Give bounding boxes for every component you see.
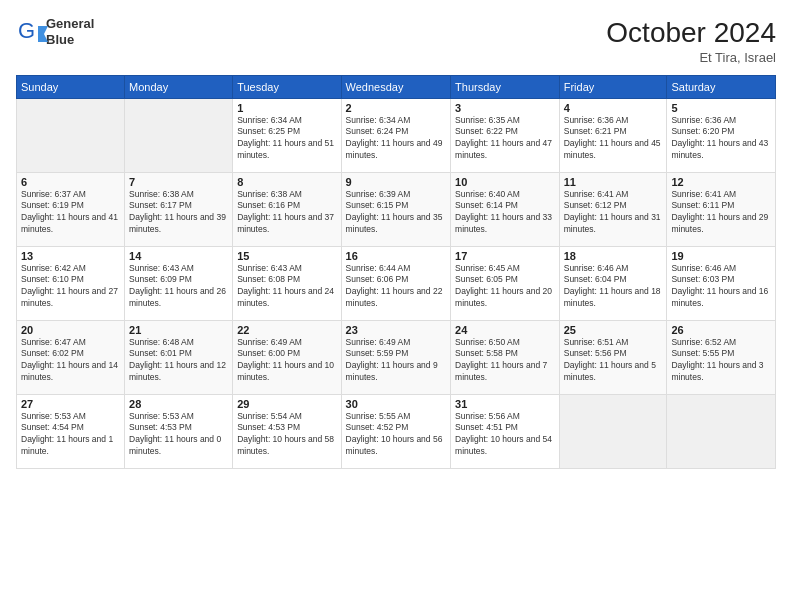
calendar-cell: 4Sunrise: 6:36 AMSunset: 6:21 PMDaylight…	[559, 98, 667, 172]
day-detail: Sunrise: 6:38 AMSunset: 6:17 PMDaylight:…	[129, 189, 228, 237]
calendar-cell: 17Sunrise: 6:45 AMSunset: 6:05 PMDayligh…	[451, 246, 560, 320]
day-number: 5	[671, 102, 771, 114]
calendar-cell: 22Sunrise: 6:49 AMSunset: 6:00 PMDayligh…	[233, 320, 341, 394]
day-detail: Sunrise: 6:35 AMSunset: 6:22 PMDaylight:…	[455, 115, 555, 163]
day-detail: Sunrise: 6:45 AMSunset: 6:05 PMDaylight:…	[455, 263, 555, 311]
day-detail: Sunrise: 6:50 AMSunset: 5:58 PMDaylight:…	[455, 337, 555, 385]
calendar-cell: 14Sunrise: 6:43 AMSunset: 6:09 PMDayligh…	[125, 246, 233, 320]
calendar-cell: 24Sunrise: 6:50 AMSunset: 5:58 PMDayligh…	[451, 320, 560, 394]
day-number: 2	[346, 102, 447, 114]
day-detail: Sunrise: 5:55 AMSunset: 4:52 PMDaylight:…	[346, 411, 447, 459]
day-detail: Sunrise: 6:42 AMSunset: 6:10 PMDaylight:…	[21, 263, 120, 311]
calendar-week-row: 1Sunrise: 6:34 AMSunset: 6:25 PMDaylight…	[17, 98, 776, 172]
calendar-cell: 20Sunrise: 6:47 AMSunset: 6:02 PMDayligh…	[17, 320, 125, 394]
logo-icon: G	[16, 18, 44, 46]
calendar-cell: 6Sunrise: 6:37 AMSunset: 6:19 PMDaylight…	[17, 172, 125, 246]
day-number: 6	[21, 176, 120, 188]
calendar-cell: 28Sunrise: 5:53 AMSunset: 4:53 PMDayligh…	[125, 394, 233, 468]
calendar-day-header: Saturday	[667, 75, 776, 98]
title-block: October 2024 Et Tira, Israel	[606, 16, 776, 65]
day-detail: Sunrise: 5:53 AMSunset: 4:54 PMDaylight:…	[21, 411, 120, 459]
calendar-cell	[125, 98, 233, 172]
calendar-cell: 19Sunrise: 6:46 AMSunset: 6:03 PMDayligh…	[667, 246, 776, 320]
day-detail: Sunrise: 6:49 AMSunset: 5:59 PMDaylight:…	[346, 337, 447, 385]
calendar-cell: 25Sunrise: 6:51 AMSunset: 5:56 PMDayligh…	[559, 320, 667, 394]
day-number: 9	[346, 176, 447, 188]
calendar-cell: 10Sunrise: 6:40 AMSunset: 6:14 PMDayligh…	[451, 172, 560, 246]
day-number: 7	[129, 176, 228, 188]
calendar-cell: 29Sunrise: 5:54 AMSunset: 4:53 PMDayligh…	[233, 394, 341, 468]
calendar-cell: 8Sunrise: 6:38 AMSunset: 6:16 PMDaylight…	[233, 172, 341, 246]
day-number: 14	[129, 250, 228, 262]
calendar-cell: 26Sunrise: 6:52 AMSunset: 5:55 PMDayligh…	[667, 320, 776, 394]
day-detail: Sunrise: 6:51 AMSunset: 5:56 PMDaylight:…	[564, 337, 663, 385]
day-number: 25	[564, 324, 663, 336]
day-detail: Sunrise: 6:37 AMSunset: 6:19 PMDaylight:…	[21, 189, 120, 237]
day-number: 4	[564, 102, 663, 114]
day-number: 16	[346, 250, 447, 262]
calendar-day-header: Tuesday	[233, 75, 341, 98]
calendar-cell: 16Sunrise: 6:44 AMSunset: 6:06 PMDayligh…	[341, 246, 451, 320]
day-detail: Sunrise: 6:46 AMSunset: 6:03 PMDaylight:…	[671, 263, 771, 311]
day-detail: Sunrise: 6:46 AMSunset: 6:04 PMDaylight:…	[564, 263, 663, 311]
calendar-cell: 30Sunrise: 5:55 AMSunset: 4:52 PMDayligh…	[341, 394, 451, 468]
calendar-day-header: Monday	[125, 75, 233, 98]
day-detail: Sunrise: 6:36 AMSunset: 6:21 PMDaylight:…	[564, 115, 663, 163]
day-number: 3	[455, 102, 555, 114]
day-detail: Sunrise: 5:56 AMSunset: 4:51 PMDaylight:…	[455, 411, 555, 459]
day-number: 30	[346, 398, 447, 410]
day-detail: Sunrise: 6:52 AMSunset: 5:55 PMDaylight:…	[671, 337, 771, 385]
day-number: 18	[564, 250, 663, 262]
day-detail: Sunrise: 6:49 AMSunset: 6:00 PMDaylight:…	[237, 337, 336, 385]
day-number: 24	[455, 324, 555, 336]
day-number: 28	[129, 398, 228, 410]
day-detail: Sunrise: 6:38 AMSunset: 6:16 PMDaylight:…	[237, 189, 336, 237]
day-number: 26	[671, 324, 771, 336]
calendar-cell: 23Sunrise: 6:49 AMSunset: 5:59 PMDayligh…	[341, 320, 451, 394]
day-number: 20	[21, 324, 120, 336]
calendar-cell: 13Sunrise: 6:42 AMSunset: 6:10 PMDayligh…	[17, 246, 125, 320]
day-number: 10	[455, 176, 555, 188]
logo-text: General Blue	[46, 16, 94, 47]
calendar-cell: 1Sunrise: 6:34 AMSunset: 6:25 PMDaylight…	[233, 98, 341, 172]
calendar-cell: 12Sunrise: 6:41 AMSunset: 6:11 PMDayligh…	[667, 172, 776, 246]
page: G General Blue October 2024 Et Tira, Isr…	[0, 0, 792, 612]
day-number: 19	[671, 250, 771, 262]
calendar-week-row: 6Sunrise: 6:37 AMSunset: 6:19 PMDaylight…	[17, 172, 776, 246]
calendar-day-header: Thursday	[451, 75, 560, 98]
day-number: 11	[564, 176, 663, 188]
day-number: 21	[129, 324, 228, 336]
day-detail: Sunrise: 6:47 AMSunset: 6:02 PMDaylight:…	[21, 337, 120, 385]
day-number: 17	[455, 250, 555, 262]
calendar-day-header: Wednesday	[341, 75, 451, 98]
calendar-cell: 2Sunrise: 6:34 AMSunset: 6:24 PMDaylight…	[341, 98, 451, 172]
calendar-week-row: 13Sunrise: 6:42 AMSunset: 6:10 PMDayligh…	[17, 246, 776, 320]
day-detail: Sunrise: 6:48 AMSunset: 6:01 PMDaylight:…	[129, 337, 228, 385]
day-detail: Sunrise: 6:43 AMSunset: 6:09 PMDaylight:…	[129, 263, 228, 311]
day-detail: Sunrise: 6:43 AMSunset: 6:08 PMDaylight:…	[237, 263, 336, 311]
svg-marker-1	[38, 26, 48, 42]
calendar-cell: 21Sunrise: 6:48 AMSunset: 6:01 PMDayligh…	[125, 320, 233, 394]
calendar-cell: 7Sunrise: 6:38 AMSunset: 6:17 PMDaylight…	[125, 172, 233, 246]
day-detail: Sunrise: 6:39 AMSunset: 6:15 PMDaylight:…	[346, 189, 447, 237]
calendar-cell: 27Sunrise: 5:53 AMSunset: 4:54 PMDayligh…	[17, 394, 125, 468]
day-number: 13	[21, 250, 120, 262]
day-detail: Sunrise: 6:41 AMSunset: 6:11 PMDaylight:…	[671, 189, 771, 237]
calendar-header-row: SundayMondayTuesdayWednesdayThursdayFrid…	[17, 75, 776, 98]
location: Et Tira, Israel	[606, 50, 776, 65]
day-detail: Sunrise: 6:41 AMSunset: 6:12 PMDaylight:…	[564, 189, 663, 237]
calendar-week-row: 27Sunrise: 5:53 AMSunset: 4:54 PMDayligh…	[17, 394, 776, 468]
svg-text:G: G	[18, 18, 35, 43]
calendar-cell: 3Sunrise: 6:35 AMSunset: 6:22 PMDaylight…	[451, 98, 560, 172]
day-detail: Sunrise: 5:53 AMSunset: 4:53 PMDaylight:…	[129, 411, 228, 459]
day-number: 12	[671, 176, 771, 188]
calendar-cell	[667, 394, 776, 468]
calendar-cell: 9Sunrise: 6:39 AMSunset: 6:15 PMDaylight…	[341, 172, 451, 246]
header: G General Blue October 2024 Et Tira, Isr…	[16, 16, 776, 65]
calendar: SundayMondayTuesdayWednesdayThursdayFrid…	[16, 75, 776, 469]
calendar-cell: 31Sunrise: 5:56 AMSunset: 4:51 PMDayligh…	[451, 394, 560, 468]
day-detail: Sunrise: 5:54 AMSunset: 4:53 PMDaylight:…	[237, 411, 336, 459]
calendar-day-header: Sunday	[17, 75, 125, 98]
month-title: October 2024	[606, 16, 776, 50]
day-number: 29	[237, 398, 336, 410]
